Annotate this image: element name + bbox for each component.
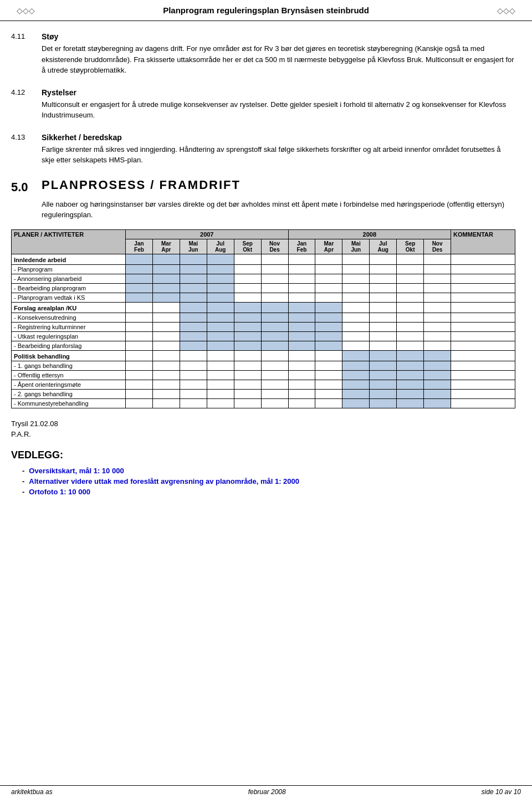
sub-m2008-1-g1-i2: [315, 331, 342, 341]
sub-m2008-1-g1-i3: [315, 341, 342, 350]
label-row-m2008-3-g1: [370, 302, 397, 313]
sub-m2007-3-g0-i3: [207, 293, 234, 302]
sub-item-1-2: - Utkast reguleringsplan: [12, 331, 126, 341]
sub-m2008-2-g2-i0: [342, 361, 370, 370]
sub-m2007-3-g2-i2: [207, 380, 234, 389]
sub-m2007-3-g1-i0: [207, 313, 234, 322]
month-2007-0: JanFeb: [126, 239, 153, 254]
sub-m2007-1-g1-i2: [152, 331, 180, 341]
sub-m2007-2-g1-i2: [180, 331, 207, 341]
month-2007-5: NovDes: [261, 239, 288, 254]
table-year-2008-header: 2008: [288, 229, 451, 239]
section-411-number: 4.11: [11, 32, 42, 76]
sub-item-0-1: - Annonsering planarbeid: [12, 274, 126, 283]
sub-m2008-0-g0-i0: [288, 264, 315, 274]
sub-m2007-1-g2-i0: [152, 361, 180, 370]
section-412-heading: Rystelser: [42, 88, 515, 97]
sub-m2008-1-g0-i1: [315, 274, 342, 283]
sub-m2008-5-g1-i2: [424, 331, 451, 341]
sub-item-1-3: - Bearbeiding planforslag: [12, 341, 126, 350]
sub-m2008-2-g1-i3: [342, 341, 370, 350]
sub-m2007-2-g2-i2: [180, 380, 207, 389]
sub-m2008-1-g2-i0: [315, 361, 342, 370]
sub-m2007-4-g1-i1: [234, 322, 261, 331]
label-row-m2007-0-g0: [126, 254, 153, 264]
sub-m2007-5-g0-i1: [261, 274, 288, 283]
section-50-intro: Alle naboer og høringsinstanser bør vars…: [42, 199, 515, 221]
sub-m2008-2-g2-i3: [342, 389, 370, 398]
vedlegg-item-0: Oversiktskart, mål 1: 10 000: [22, 467, 515, 475]
label-row-m2007-4-g1: [234, 302, 261, 313]
label-row-m2008-1-g1: [315, 302, 342, 313]
sub-m2008-3-g1-i2: [370, 331, 397, 341]
sub-m2007-1-g0-i1: [152, 274, 180, 283]
sub-m2008-3-g1-i1: [370, 322, 397, 331]
header-title: Planprogram reguleringsplan Brynsåsen st…: [40, 6, 492, 15]
section-412-text: Multiconsult er engasjert for å utrede m…: [42, 99, 515, 121]
section-411-heading: Støy: [42, 32, 515, 41]
sub-m2007-0-g0-i0: [126, 264, 153, 274]
footer-left: arkitektbua as: [11, 788, 53, 796]
sub-m2007-0-g0-i2: [126, 283, 153, 293]
month-2007-1: MarApr: [152, 239, 180, 254]
sub-m2008-5-g2-i2: [424, 380, 451, 389]
sub-kommentar-2-4: [451, 398, 515, 408]
section-412-number: 4.12: [11, 88, 42, 121]
table-col-kommentar: KOMMENTAR: [451, 229, 515, 254]
diamonds-left: ◇◇◇: [11, 6, 40, 15]
label-row-m2007-0-g1: [126, 302, 153, 313]
sub-m2008-0-g0-i2: [288, 283, 315, 293]
sub-m2007-0-g2-i0: [126, 361, 153, 370]
sub-m2008-5-g0-i1: [424, 274, 451, 283]
sub-m2008-3-g2-i2: [370, 380, 397, 389]
sub-m2008-4-g0-i0: [397, 264, 424, 274]
month-2007-3: JulAug: [207, 239, 234, 254]
sub-item-0-3: - Planprogram vedtak i KS: [12, 293, 126, 302]
sub-m2007-2-g1-i3: [180, 341, 207, 350]
sub-kommentar-0-3: [451, 293, 515, 302]
sub-m2007-0-g2-i3: [126, 389, 153, 398]
sub-m2007-0-g0-i3: [126, 293, 153, 302]
sub-m2008-4-g2-i1: [397, 370, 424, 380]
sub-m2008-0-g1-i3: [288, 341, 315, 350]
sub-m2007-0-g0-i1: [126, 274, 153, 283]
sub-m2008-2-g2-i1: [342, 370, 370, 380]
sub-item-1-1: - Registrering kulturminner: [12, 322, 126, 331]
sub-m2008-0-g2-i0: [288, 361, 315, 370]
sub-m2007-5-g2-i4: [261, 398, 288, 408]
section-412-body: Rystelser Multiconsult er engasjert for …: [42, 88, 515, 121]
label-row-m2007-1-g0: [152, 254, 180, 264]
label-row-kommentar-g0: [451, 254, 515, 264]
sub-m2008-1-g2-i1: [315, 370, 342, 380]
sub-m2008-1-g0-i3: [315, 293, 342, 302]
sub-m2007-4-g2-i4: [234, 398, 261, 408]
sub-m2007-1-g2-i4: [152, 398, 180, 408]
sub-m2007-3-g0-i2: [207, 283, 234, 293]
sub-m2007-5-g1-i0: [261, 313, 288, 322]
sub-kommentar-2-3: [451, 389, 515, 398]
sub-m2008-4-g2-i0: [397, 361, 424, 370]
label-row-m2007-4-g0: [234, 254, 261, 264]
sub-m2008-0-g1-i1: [288, 322, 315, 331]
label-row-m2007-2-g2: [180, 350, 207, 361]
table-year-2007-header: 2007: [126, 229, 289, 239]
sub-m2008-4-g0-i3: [397, 293, 424, 302]
page-footer: arkitektbua as februar 2008 side 10 av 1…: [0, 785, 532, 798]
label-row-m2007-3-g2: [207, 350, 234, 361]
sub-m2007-0-g1-i1: [126, 322, 153, 331]
sub-m2007-2-g0-i1: [180, 274, 207, 283]
label-row-m2007-2-g0: [180, 254, 207, 264]
sub-m2007-1-g2-i1: [152, 370, 180, 380]
label-row-m2007-2-g1: [180, 302, 207, 313]
sub-m2007-2-g2-i3: [180, 389, 207, 398]
label-row-m2008-1-g2: [315, 350, 342, 361]
label-row-m2008-5-g0: [424, 254, 451, 264]
label-row-m2007-3-g1: [207, 302, 234, 313]
section-411-text: Det er foretatt støyberegning av dagens …: [42, 43, 515, 76]
sub-m2008-0-g2-i4: [288, 398, 315, 408]
trysil-line2: P.A.R.: [11, 430, 515, 438]
sub-m2008-4-g1-i1: [397, 322, 424, 331]
diamonds-right: ◇◇◇: [492, 6, 521, 15]
footer-right: side 10 av 10: [482, 788, 521, 796]
sub-m2007-4-g2-i1: [234, 370, 261, 380]
